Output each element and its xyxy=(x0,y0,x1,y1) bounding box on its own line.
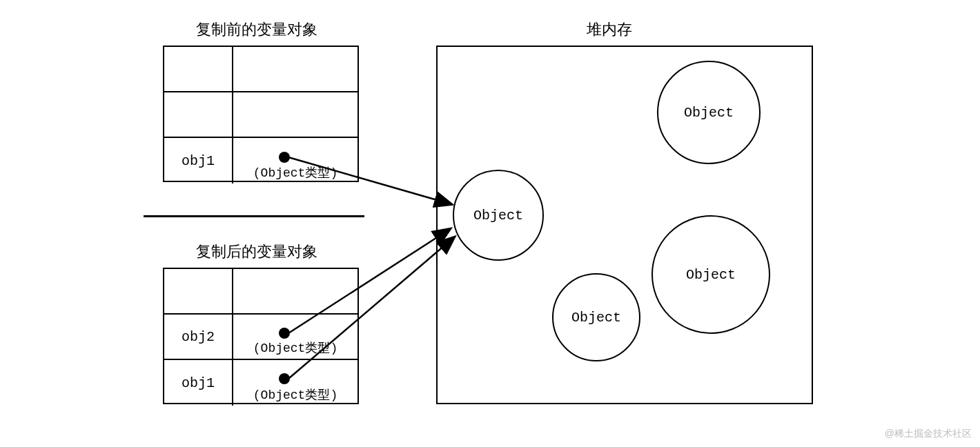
table-before: obj1 (Object类型) xyxy=(163,46,359,182)
val-cell xyxy=(233,47,357,91)
var-cell xyxy=(164,92,233,137)
heap-object: Object xyxy=(651,215,770,334)
val-cell xyxy=(233,92,357,137)
table-row: obj2 (Object类型) xyxy=(164,315,357,360)
table-row xyxy=(164,92,357,138)
heap-title: 堆内存 xyxy=(587,19,632,40)
table-row xyxy=(164,47,357,92)
table-row: obj1 (Object类型) xyxy=(164,360,357,406)
var-cell xyxy=(164,269,233,313)
var-cell: obj1 xyxy=(164,360,233,406)
table-after-title: 复制后的变量对象 xyxy=(196,241,317,262)
reference-dot-icon xyxy=(279,152,290,163)
heap-object: Object xyxy=(552,273,640,361)
var-cell xyxy=(164,47,233,91)
table-after: obj2 (Object类型) obj1 (Object类型) xyxy=(163,268,359,404)
var-cell: obj2 xyxy=(164,315,233,359)
watermark: @稀土掘金技术社区 xyxy=(885,428,972,440)
divider-line xyxy=(144,215,364,217)
var-cell: obj1 xyxy=(164,138,233,183)
table-before-title: 复制前的变量对象 xyxy=(196,19,317,40)
table-row xyxy=(164,269,357,315)
val-cell: (Object类型) xyxy=(233,315,357,359)
reference-dot-icon xyxy=(279,328,290,339)
val-cell xyxy=(233,269,357,313)
val-cell: (Object类型) xyxy=(233,138,357,183)
reference-dot-icon xyxy=(279,373,290,384)
heap-object-target: Object xyxy=(453,170,544,261)
val-cell: (Object类型) xyxy=(233,360,357,406)
table-row: obj1 (Object类型) xyxy=(164,138,357,183)
heap-object: Object xyxy=(657,61,761,164)
